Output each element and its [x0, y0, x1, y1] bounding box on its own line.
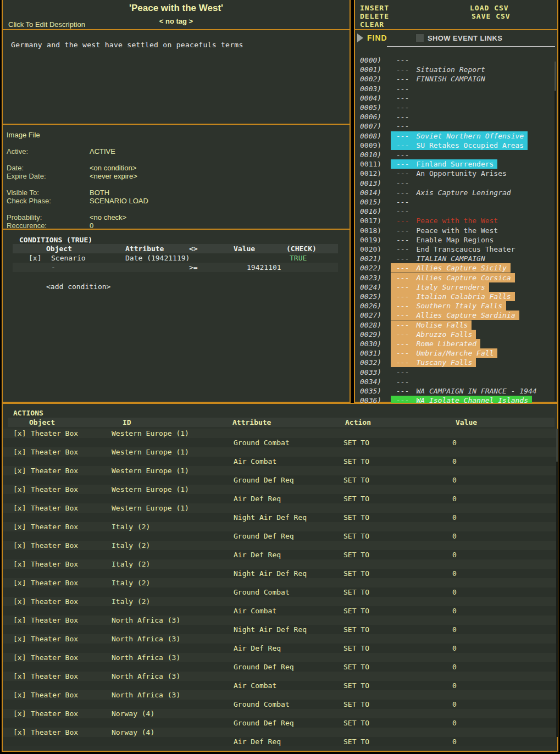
property-value[interactable]: SCENARIO LOAD: [90, 197, 148, 205]
action-enabled-checkbox[interactable]: [x]: [13, 597, 26, 606]
action-row-detail[interactable]: Air Def ReqSET TO0: [3, 550, 557, 559]
event-list-item[interactable]: 0004)---: [355, 93, 557, 103]
event-list-item[interactable]: 0025)---Italian Calabria Falls: [355, 292, 557, 302]
event-list-item[interactable]: 0006)---: [355, 112, 557, 122]
action-row-detail[interactable]: Ground CombatSET TO0: [3, 700, 557, 709]
action-row-object[interactable]: [x]Theater BoxNorth Africa (3): [3, 690, 557, 700]
event-list-item[interactable]: 0014)---Axis Capture Leningrad: [355, 188, 557, 198]
action-row-detail[interactable]: Ground Def ReqSET TO0: [3, 662, 557, 672]
event-list-item[interactable]: 0020)---End Transcaucus Theater: [355, 245, 557, 254]
action-row-object[interactable]: [x]Theater BoxItaly (2): [3, 578, 557, 587]
action-row-object[interactable]: [x]Theater BoxNorway (4): [3, 709, 557, 718]
property-value[interactable]: 0: [90, 221, 93, 230]
action-row-object[interactable]: [x]Theater BoxWestern Europe (1): [3, 466, 557, 475]
action-row-detail[interactable]: Air CombatSET TO0: [3, 457, 557, 466]
property-value[interactable]: <on condition>: [90, 164, 136, 172]
event-list-item[interactable]: 0031)---Umbria/Marche Fall: [355, 348, 557, 358]
action-row-object[interactable]: [x]Theater BoxWestern Europe (1): [3, 485, 557, 494]
action-row-detail[interactable]: Ground CombatSET TO0: [3, 587, 557, 597]
action-row-object[interactable]: [x]Theater BoxItaly (2): [3, 541, 557, 550]
action-row-object[interactable]: [x]Theater BoxItaly (2): [3, 559, 557, 569]
property-value[interactable]: <no check>: [90, 213, 126, 221]
action-row-object[interactable]: [x]Theater BoxNorth Africa (3): [3, 653, 557, 662]
image-file-button[interactable]: Image File: [7, 131, 40, 139]
action-row-object[interactable]: [x]Theater BoxItaly (2): [3, 597, 557, 606]
event-list-item[interactable]: 0027)---Allies Capture Sardinia: [355, 311, 557, 320]
event-list-item[interactable]: 0001)---Situation Report: [355, 65, 557, 75]
event-list-item[interactable]: 0022)---Allies Capture Sicily: [355, 263, 557, 273]
event-list-item[interactable]: 0007)---: [355, 121, 557, 131]
event-list-item[interactable]: 0021)---ITALIAN CAMPAIGN: [355, 254, 557, 264]
condition-row[interactable]: ->=19421101: [13, 263, 338, 272]
event-list-item[interactable]: 0024)---Italy Surrenders: [355, 282, 557, 292]
event-list-item[interactable]: 0023)---Allies Capture Corsica: [355, 273, 557, 283]
event-list-item[interactable]: 0028)---Molise Falls: [355, 320, 557, 330]
action-enabled-checkbox[interactable]: [x]: [13, 429, 26, 437]
event-list-item[interactable]: 0008)---Soviet Northern Offensive: [355, 131, 557, 141]
action-row-detail[interactable]: Air CombatSET TO0: [3, 606, 557, 616]
event-list-scrollbar-track[interactable]: [555, 62, 556, 401]
action-enabled-checkbox[interactable]: [x]: [13, 728, 26, 736]
add-condition-button[interactable]: <add condition>: [46, 282, 110, 291]
action-enabled-checkbox[interactable]: [x]: [13, 523, 26, 531]
actions-scrollbar-track[interactable]: [556, 429, 558, 737]
action-row-detail[interactable]: Air Def ReqSET TO0: [3, 644, 557, 653]
action-row-detail[interactable]: Night Air Def ReqSET TO0: [3, 625, 557, 634]
action-enabled-checkbox[interactable]: [x]: [13, 635, 26, 643]
action-enabled-checkbox[interactable]: [x]: [13, 653, 26, 662]
event-list-item[interactable]: 0033)---: [355, 368, 557, 378]
action-enabled-checkbox[interactable]: [x]: [13, 691, 26, 699]
event-list-item[interactable]: 0035)---WA CAMPAIGN IN FRANCE - 1944: [355, 386, 557, 396]
action-row-object[interactable]: [x]Theater BoxNorway (4): [3, 728, 557, 737]
event-list-item[interactable]: 0009)---SU Retakes Occupied Areas: [355, 141, 557, 151]
action-enabled-checkbox[interactable]: [x]: [13, 504, 26, 512]
action-row-detail[interactable]: Ground Def ReqSET TO0: [3, 718, 557, 728]
property-value[interactable]: <never expire>: [90, 172, 137, 180]
property-value[interactable]: ACTIVE: [90, 147, 115, 156]
action-row-object[interactable]: [x]Theater BoxNorth Africa (3): [3, 672, 557, 681]
action-row-detail[interactable]: Ground Def ReqSET TO0: [3, 475, 557, 485]
property-value[interactable]: BOTH: [90, 188, 109, 197]
action-row-object[interactable]: [x]Theater BoxWestern Europe (1): [3, 429, 557, 438]
action-row-object[interactable]: [x]Theater BoxNorth Africa (3): [3, 616, 557, 625]
action-row-object[interactable]: [x]Theater BoxNorth Africa (3): [3, 634, 557, 644]
action-enabled-checkbox[interactable]: [x]: [13, 616, 26, 624]
event-list-item[interactable]: 0013)---: [355, 179, 557, 188]
action-enabled-checkbox[interactable]: [x]: [13, 541, 26, 550]
edit-description-button[interactable]: Click To Edit Description: [8, 20, 85, 29]
action-row-detail[interactable]: Ground Def ReqSET TO0: [3, 531, 557, 541]
action-row-object[interactable]: [x]Theater BoxWestern Europe (1): [3, 503, 557, 513]
event-list-item[interactable]: 0019)---Enable Map Regions: [355, 235, 557, 245]
action-row-detail[interactable]: Night Air Def ReqSET TO0: [3, 513, 557, 522]
action-row-detail[interactable]: Ground CombatSET TO0: [3, 438, 557, 447]
event-list-item[interactable]: 0017)---Peace with the West: [355, 216, 557, 226]
event-list-item[interactable]: 0029)---Abruzzo Falls: [355, 330, 557, 340]
event-list-item[interactable]: 0012)---An Opportunity Arises: [355, 169, 557, 179]
action-enabled-checkbox[interactable]: [x]: [13, 579, 26, 587]
action-row-object[interactable]: [x]Theater BoxWestern Europe (1): [3, 447, 557, 457]
description-area[interactable]: Germany and the west have settled on pea…: [3, 31, 350, 125]
event-list-item[interactable]: 0000)---: [355, 56, 557, 65]
action-enabled-checkbox[interactable]: [x]: [13, 485, 26, 494]
event-list-item[interactable]: 0032)---Tuscany Falls: [355, 358, 557, 368]
action-row-detail[interactable]: Air Def ReqSET TO0: [3, 494, 557, 503]
action-row-detail[interactable]: Air Def ReqSET TO0: [3, 737, 557, 746]
event-list-item[interactable]: 0026)---Southern Italy Falls: [355, 301, 557, 311]
action-enabled-checkbox[interactable]: [x]: [13, 448, 26, 456]
action-row-object[interactable]: [x]Theater BoxItaly (2): [3, 522, 557, 531]
action-row-detail[interactable]: Night Air Def ReqSET TO0: [3, 569, 557, 578]
event-list-item[interactable]: 0018)---Peace with the West: [355, 226, 557, 236]
event-list-item[interactable]: 0015)---: [355, 197, 557, 207]
event-list-item[interactable]: 0005)---: [355, 103, 557, 113]
action-enabled-checkbox[interactable]: [x]: [13, 672, 26, 680]
event-list-item[interactable]: 0016)---: [355, 207, 557, 217]
condition-row[interactable]: [x]ScenarioDate (19421119)TRUE: [13, 253, 338, 263]
event-list-item[interactable]: 0030)---Rome Liberated: [355, 339, 557, 349]
event-list-item[interactable]: 0003)---: [355, 84, 557, 94]
action-enabled-checkbox[interactable]: [x]: [13, 467, 26, 475]
event-list-scrollbar-thumb[interactable]: [555, 62, 556, 91]
action-enabled-checkbox[interactable]: [x]: [13, 709, 26, 718]
event-list-item[interactable]: 0010)---: [355, 150, 557, 160]
action-row-detail[interactable]: Air CombatSET TO0: [3, 681, 557, 690]
event-list-item[interactable]: 0034)---: [355, 377, 557, 387]
